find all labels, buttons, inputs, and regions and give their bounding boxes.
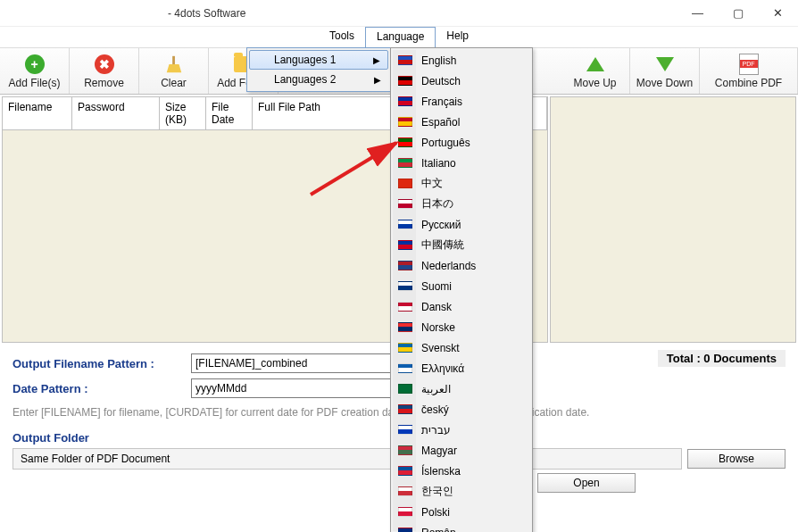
language-label: Norske <box>421 321 455 334</box>
broom-icon <box>163 54 185 75</box>
title-bar: - 4dots Software — ▢ ✕ <box>0 0 798 27</box>
language-item[interactable]: العربية <box>393 378 530 399</box>
date-pattern-label: Date Pattern : <box>12 382 191 395</box>
languages-2-item[interactable]: Languages 2 ▶ <box>249 70 388 89</box>
flag-icon <box>398 137 412 147</box>
flag-icon <box>398 445 412 455</box>
language-label: Português <box>421 137 470 149</box>
language-item[interactable]: Polski <box>393 502 530 522</box>
output-filename-pattern-label: Output Filename Pattern : <box>12 357 191 370</box>
col-filename[interactable]: Filename <box>3 97 72 129</box>
language-item[interactable]: 中文 <box>393 173 530 194</box>
date-pattern-input[interactable] <box>191 378 423 398</box>
language-label: 中文 <box>421 176 443 191</box>
flag-icon <box>398 117 412 127</box>
language-item[interactable]: Français <box>393 91 530 112</box>
menu-language[interactable]: Language <box>365 27 436 47</box>
chevron-right-icon: ▶ <box>373 55 380 65</box>
clear-button[interactable]: Clear <box>139 48 209 94</box>
flag-icon <box>398 96 412 106</box>
languages-1-item[interactable]: Languages 1 ▶ <box>249 50 388 70</box>
flag-icon <box>398 343 412 353</box>
move-down-button[interactable]: Move Down <box>630 48 700 94</box>
languages-list: EnglishDeutschFrançaisEspañolPortuguêsIt… <box>390 47 533 532</box>
language-label: English <box>421 54 456 67</box>
language-label: český <box>421 403 449 416</box>
language-item[interactable]: Norske <box>393 317 530 337</box>
maximize-button[interactable]: ▢ <box>718 0 758 27</box>
language-label: Français <box>421 96 462 108</box>
language-label: עברית <box>421 424 451 436</box>
language-label: العربية <box>421 383 451 395</box>
language-item[interactable]: English <box>393 50 530 71</box>
preview-pane <box>550 96 796 343</box>
browse-button[interactable]: Browse <box>687 449 786 469</box>
language-item[interactable]: Suomi <box>393 276 530 296</box>
language-item[interactable]: Magyar <box>393 440 530 461</box>
language-item[interactable]: Nederlands <box>393 255 530 276</box>
col-size[interactable]: Size (KB) <box>160 97 206 129</box>
language-item[interactable]: Dansk <box>393 296 530 317</box>
plus-icon: + <box>24 54 46 75</box>
language-item[interactable]: 中國傳統 <box>393 235 530 255</box>
flag-icon <box>398 240 412 250</box>
move-up-button[interactable]: Move Up <box>561 48 630 94</box>
flag-icon <box>398 404 412 414</box>
menu-tools[interactable]: Tools <box>319 27 365 47</box>
menu-bar: Tools Language Help <box>0 27 798 48</box>
language-label: Italiano <box>421 157 456 170</box>
language-item[interactable]: Ελληνικά <box>393 358 530 378</box>
window-controls: — ▢ ✕ <box>677 0 798 27</box>
flag-icon <box>398 384 412 394</box>
language-item[interactable]: 日本の <box>393 194 530 214</box>
language-submenu: Languages 1 ▶ Languages 2 ▶ <box>246 47 391 92</box>
output-filename-pattern-input[interactable] <box>191 353 423 373</box>
language-label: 日本の <box>421 196 453 212</box>
total-documents: Total : 0 Documents <box>658 350 786 367</box>
flag-icon <box>398 528 412 532</box>
chevron-right-icon: ▶ <box>374 75 381 85</box>
svg-rect-0 <box>172 55 175 63</box>
menu-help[interactable]: Help <box>436 27 479 47</box>
flag-icon <box>398 425 412 435</box>
language-item[interactable]: Íslenska <box>393 461 530 481</box>
add-files-button[interactable]: + Add File(s) <box>0 48 70 94</box>
flag-icon <box>398 199 412 209</box>
language-item[interactable]: Español <box>393 112 530 132</box>
flag-icon <box>398 486 412 496</box>
remove-icon: ✖ <box>94 54 115 75</box>
language-label: 中國傳統 <box>421 237 464 253</box>
language-label: Magyar <box>421 445 457 457</box>
flag-icon <box>398 466 412 476</box>
language-label: Svenskt <box>421 342 460 354</box>
language-label: Polski <box>421 506 450 519</box>
open-button[interactable]: Open <box>537 473 636 493</box>
language-item[interactable]: עברית <box>393 420 530 440</box>
language-item[interactable]: Deutsch <box>393 71 530 91</box>
language-label: 한국인 <box>421 484 453 499</box>
language-label: Íslenska <box>421 465 461 478</box>
flag-icon <box>398 302 412 312</box>
flag-icon <box>398 158 412 168</box>
language-label: Ελληνικά <box>421 362 464 375</box>
close-button[interactable]: ✕ <box>758 0 798 27</box>
flag-icon <box>398 281 412 291</box>
language-item[interactable]: Svenskt <box>393 337 530 358</box>
flag-icon <box>398 55 412 65</box>
language-item[interactable]: český <box>393 399 530 420</box>
flag-icon <box>398 76 412 86</box>
language-label: Español <box>421 116 460 129</box>
col-password[interactable]: Password <box>72 97 160 129</box>
language-item[interactable]: Român <box>393 522 530 532</box>
language-item[interactable]: 한국인 <box>393 481 530 502</box>
combine-pdf-button[interactable]: Combine PDF <box>700 48 798 94</box>
output-folder-field[interactable]: Same Folder of PDF Document <box>12 448 682 470</box>
remove-button[interactable]: ✖ Remove <box>70 48 139 94</box>
language-item[interactable]: Português <box>393 132 530 153</box>
language-item[interactable]: Русский <box>393 214 530 235</box>
pdf-icon <box>738 54 760 75</box>
minimize-button[interactable]: — <box>677 0 718 27</box>
language-label: Nederlands <box>421 260 476 272</box>
col-filedate[interactable]: File Date <box>206 97 253 129</box>
language-item[interactable]: Italiano <box>393 153 530 173</box>
